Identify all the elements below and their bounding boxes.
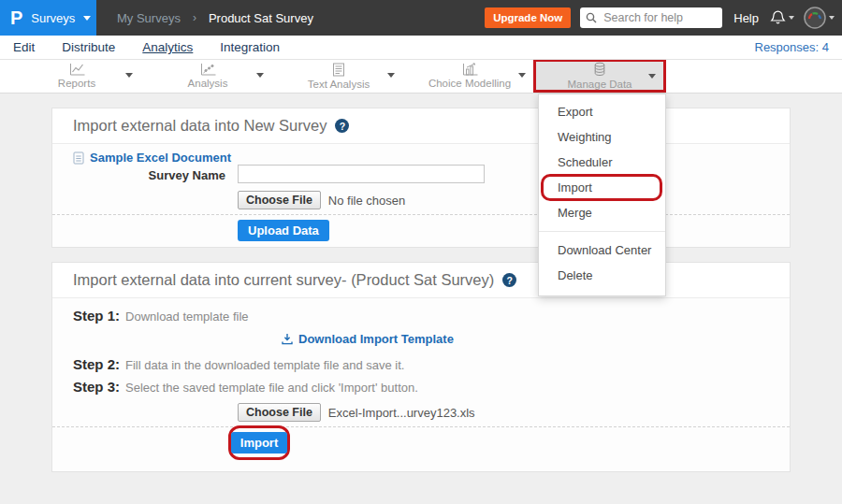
excel-file-icon — [73, 151, 84, 165]
file-status-text: Excel-Import...urvey123.xls — [328, 406, 475, 420]
menu-item-delete[interactable]: Delete — [539, 263, 665, 288]
bell-icon — [770, 9, 786, 26]
import-new-survey-header: Import external data into New Survey ? — [52, 108, 790, 144]
toolbar-item-label: Manage Data — [567, 79, 632, 90]
import-button[interactable]: Import — [231, 432, 287, 454]
download-import-template-label: Download Import Template — [298, 332, 454, 346]
divider — [52, 426, 790, 427]
step-3-row: Step 3: Select the saved template file a… — [73, 379, 418, 395]
chevron-down-icon[interactable] — [648, 74, 656, 79]
breadcrumb-my-surveys[interactable]: My Surveys — [117, 11, 181, 25]
step-3-label: Step 3: — [73, 379, 120, 395]
download-template-row: Download Import Template — [282, 332, 454, 349]
toolbar-item-label: Reports — [58, 78, 95, 89]
file-status-text: No file chosen — [328, 194, 405, 208]
toolbar-item-choice-modelling[interactable]: Choice Modelling — [404, 60, 535, 92]
section-title: Import external data into current survey… — [73, 271, 494, 289]
document-icon — [332, 63, 345, 77]
survey-nav: Edit Distribute Analytics Integration Re… — [0, 36, 842, 60]
menu-item-import[interactable]: Import — [539, 175, 665, 200]
toolbar-item-label: Analysis — [188, 78, 228, 89]
menu-item-download-center[interactable]: Download Center — [539, 238, 665, 263]
annotation-highlight-import-button: Import — [228, 425, 290, 460]
analytics-toolbar: Reports Analysis Text Analysis — [0, 60, 842, 94]
chevron-down-icon[interactable] — [518, 73, 526, 78]
survey-name-label: Survey Name — [52, 168, 225, 182]
download-import-template-link[interactable]: Download Import Template — [282, 332, 454, 346]
toolbar-item-reports[interactable]: Reports — [11, 60, 142, 92]
import-new-survey-card: Import external data into New Survey ? S… — [51, 108, 791, 248]
choose-file-button[interactable]: Choose File — [238, 191, 321, 209]
line-chart-icon — [69, 63, 85, 76]
step-1-row: Step 1: Download template file — [73, 308, 249, 324]
step-1-text: Download template file — [125, 310, 249, 324]
product-switcher[interactable]: P Surveys — [0, 0, 96, 36]
bar-chart-icon — [462, 63, 478, 76]
import-current-survey-card: Import external data into current survey… — [51, 262, 791, 472]
manage-data-dropdown: Export Weighting Scheduler Import Merge … — [538, 94, 666, 296]
help-icon[interactable]: ? — [502, 273, 516, 287]
breadcrumb-separator-icon: › — [193, 11, 196, 24]
chevron-down-icon — [83, 16, 91, 21]
chevron-down-icon[interactable] — [125, 73, 133, 78]
import-current-survey-header: Import external data into current survey… — [52, 263, 790, 298]
survey-name-input[interactable] — [238, 165, 485, 183]
sample-excel-row: Sample Excel Document — [73, 151, 231, 168]
database-icon — [592, 62, 607, 77]
search-icon — [586, 12, 597, 23]
help-link[interactable]: Help — [733, 11, 759, 25]
breadcrumb: My Surveys › Product Sat Survey — [117, 11, 313, 25]
menu-item-weighting[interactable]: Weighting — [539, 124, 665, 150]
step-1-label: Step 1: — [73, 308, 120, 324]
product-switcher-label: Surveys — [31, 11, 75, 25]
toolbar-item-label: Choice Modelling — [428, 78, 511, 89]
current-survey-file-picker: Choose File Excel-Import...urvey123.xls — [238, 403, 475, 422]
chevron-down-icon[interactable] — [387, 73, 395, 78]
tab-distribute[interactable]: Distribute — [62, 40, 115, 54]
sample-excel-link-label: Sample Excel Document — [90, 151, 231, 165]
tab-analytics[interactable]: Analytics — [142, 40, 193, 54]
menu-item-merge[interactable]: Merge — [539, 200, 665, 225]
brand-logo: P — [10, 0, 22, 36]
new-survey-file-picker: Choose File No file chosen — [238, 191, 405, 209]
menu-item-export[interactable]: Export — [539, 99, 665, 124]
top-bar: P Surveys My Surveys › Product Sat Surve… — [0, 0, 842, 36]
menu-item-scheduler[interactable]: Scheduler — [539, 150, 665, 175]
help-search-box[interactable] — [580, 7, 722, 28]
upgrade-now-button[interactable]: Upgrade Now — [485, 7, 571, 28]
trend-chart-icon — [200, 63, 216, 76]
toolbar-item-text-analysis[interactable]: Text Analysis — [273, 60, 404, 92]
divider — [52, 214, 790, 215]
toolbar-item-label: Text Analysis — [308, 79, 370, 90]
section-title: Import external data into New Survey — [73, 117, 327, 135]
breadcrumb-current-survey: Product Sat Survey — [209, 11, 313, 25]
account-menu-button[interactable] — [804, 7, 835, 29]
step-2-label: Step 2: — [73, 356, 120, 372]
help-icon[interactable]: ? — [335, 119, 349, 133]
help-search-input[interactable] — [602, 10, 717, 25]
upload-data-button[interactable]: Upload Data — [238, 220, 329, 241]
chevron-down-icon — [829, 16, 835, 20]
notifications-button[interactable] — [770, 9, 794, 26]
tab-edit[interactable]: Edit — [13, 40, 35, 54]
chevron-down-icon[interactable] — [256, 73, 264, 78]
toolbar-item-analysis[interactable]: Analysis — [142, 60, 273, 92]
step-2-row: Step 2: Fill data in the downloaded temp… — [73, 356, 404, 372]
chevron-down-icon — [789, 16, 794, 20]
avatar — [804, 7, 826, 29]
menu-item-import-label: Import — [558, 180, 592, 194]
menu-divider — [539, 231, 665, 232]
toolbar-item-manage-data[interactable]: Manage Data — [533, 59, 666, 93]
step-2-text: Fill data in the downloaded template fil… — [125, 358, 404, 372]
page: P Surveys My Surveys › Product Sat Surve… — [0, 0, 842, 504]
download-icon — [282, 333, 293, 345]
step-3-text: Select the saved template file and click… — [125, 381, 418, 395]
tab-integration[interactable]: Integration — [220, 40, 280, 54]
choose-file-button[interactable]: Choose File — [238, 403, 321, 422]
responses-count[interactable]: Responses: 4 — [755, 40, 830, 54]
sample-excel-link[interactable]: Sample Excel Document — [73, 151, 231, 165]
